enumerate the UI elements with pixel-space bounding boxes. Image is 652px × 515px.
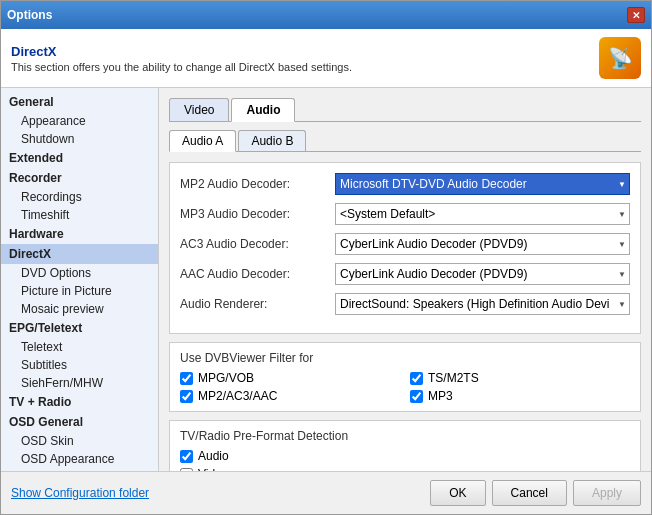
dvbviewer-checkboxes: MPG/VOB TS/M2TS MP2/AC3/AAC MP3 xyxy=(180,371,630,403)
apply-button[interactable]: Apply xyxy=(573,480,641,506)
sidebar-item-dvd-options[interactable]: DVD Options xyxy=(1,264,158,282)
dvbviewer-section: Use DVBViewer Filter for MPG/VOB TS/M2TS… xyxy=(169,342,641,412)
mp3-row: MP3 Audio Decoder: <System Default> xyxy=(180,203,630,225)
close-button[interactable]: ✕ xyxy=(627,7,645,23)
aac-select-wrapper: CyberLink Audio Decoder (PDVD9) xyxy=(335,263,630,285)
ac3-select-wrapper: CyberLink Audio Decoder (PDVD9) xyxy=(335,233,630,255)
ac3-row: AC3 Audio Decoder: CyberLink Audio Decod… xyxy=(180,233,630,255)
sidebar-item-epg[interactable]: EPG/Teletext xyxy=(1,318,158,338)
sub-tab-audio-b[interactable]: Audio B xyxy=(238,130,306,151)
dvbviewer-title: Use DVBViewer Filter for xyxy=(180,351,630,365)
header-text: DirectX This section offers you the abil… xyxy=(11,44,352,73)
mp3-label: MP3 xyxy=(428,389,453,403)
header-icon: 📡 xyxy=(599,37,641,79)
section-title: DirectX xyxy=(11,44,352,59)
sidebar-item-osd-general[interactable]: OSD General xyxy=(1,412,158,432)
sidebar-item-pip[interactable]: Picture in Picture xyxy=(1,282,158,300)
audio-preformat-checkbox[interactable] xyxy=(180,450,193,463)
sidebar-item-tv-radio[interactable]: TV + Radio xyxy=(1,392,158,412)
audio-renderer-label: Audio Renderer: xyxy=(180,297,335,311)
sidebar-item-osd-appearance[interactable]: OSD Appearance xyxy=(1,450,158,468)
sidebar-item-directx[interactable]: DirectX xyxy=(1,244,158,264)
tab-video[interactable]: Video xyxy=(169,98,229,121)
sidebar-item-extended[interactable]: Extended xyxy=(1,148,158,168)
sidebar-item-recorder[interactable]: Recorder xyxy=(1,168,158,188)
section-description: This section offers you the ability to c… xyxy=(11,61,352,73)
bottom-bar: Show Configuration folder OK Cancel Appl… xyxy=(1,471,651,514)
brand-icon: 📡 xyxy=(608,46,633,70)
cancel-button[interactable]: Cancel xyxy=(492,480,567,506)
sidebar-item-timeshift[interactable]: Timeshift xyxy=(1,206,158,224)
sub-tab-audio-a[interactable]: Audio A xyxy=(169,130,236,152)
sidebar-item-appearance[interactable]: Appearance xyxy=(1,112,158,130)
sidebar-item-recordings[interactable]: Recordings xyxy=(1,188,158,206)
mp3-checkbox[interactable] xyxy=(410,390,423,403)
mpg-vob-checkbox[interactable] xyxy=(180,372,193,385)
sidebar-item-osd-skin[interactable]: OSD Skin xyxy=(1,432,158,450)
ok-button[interactable]: OK xyxy=(430,480,485,506)
main-panel: Video Audio Audio A Audio B MP2 Audio De… xyxy=(159,88,651,471)
title-bar: Options ✕ xyxy=(1,1,651,29)
preformat-title: TV/Radio Pre-Format Detection xyxy=(180,429,630,443)
mp2-row: MP2 Audio Decoder: Microsoft DTV-DVD Aud… xyxy=(180,173,630,195)
sidebar: General Appearance Shutdown Extended Rec… xyxy=(1,88,159,471)
audio-renderer-select-wrapper: DirectSound: Speakers (High Definition A… xyxy=(335,293,630,315)
mp2-ac3-aac-checkbox[interactable] xyxy=(180,390,193,403)
preformat-section: TV/Radio Pre-Format Detection Audio Vide… xyxy=(169,420,641,471)
sidebar-item-mosaic[interactable]: Mosaic preview xyxy=(1,300,158,318)
main-tab-bar: Video Audio xyxy=(169,98,641,122)
options-window: Options ✕ DirectX This section offers yo… xyxy=(0,0,652,515)
mp2-ac3-aac-label: MP2/AC3/AAC xyxy=(198,389,277,403)
audio-renderer-row: Audio Renderer: DirectSound: Speakers (H… xyxy=(180,293,630,315)
config-link[interactable]: Show Configuration folder xyxy=(11,482,149,504)
ts-m2ts-label: TS/M2TS xyxy=(428,371,479,385)
sidebar-item-teletext[interactable]: Teletext xyxy=(1,338,158,356)
ac3-label: AC3 Audio Decoder: xyxy=(180,237,335,251)
content-area: General Appearance Shutdown Extended Rec… xyxy=(1,88,651,471)
decoder-form: MP2 Audio Decoder: Microsoft DTV-DVD Aud… xyxy=(169,162,641,334)
button-group: OK Cancel Apply xyxy=(430,480,641,506)
audio-renderer-select[interactable]: DirectSound: Speakers (High Definition A… xyxy=(335,293,630,315)
checkbox-mp2-ac3-aac: MP2/AC3/AAC xyxy=(180,389,400,403)
aac-label: AAC Audio Decoder: xyxy=(180,267,335,281)
mp3-label: MP3 Audio Decoder: xyxy=(180,207,335,221)
sidebar-item-subtitles[interactable]: Subtitles xyxy=(1,356,158,374)
mp2-decoder-select[interactable]: Microsoft DTV-DVD Audio Decoder xyxy=(335,173,630,195)
sidebar-item-shutdown[interactable]: Shutdown xyxy=(1,130,158,148)
aac-decoder-select[interactable]: CyberLink Audio Decoder (PDVD9) xyxy=(335,263,630,285)
mp2-select-wrapper: Microsoft DTV-DVD Audio Decoder xyxy=(335,173,630,195)
tab-audio[interactable]: Audio xyxy=(231,98,295,122)
mp3-select-wrapper: <System Default> xyxy=(335,203,630,225)
audio-preformat-label: Audio xyxy=(198,449,229,463)
sidebar-item-siehfern[interactable]: SiehFern/MHW xyxy=(1,374,158,392)
checkbox-audio: Audio xyxy=(180,449,630,463)
header-section: DirectX This section offers you the abil… xyxy=(1,29,651,88)
aac-row: AAC Audio Decoder: CyberLink Audio Decod… xyxy=(180,263,630,285)
mp3-decoder-select[interactable]: <System Default> xyxy=(335,203,630,225)
window-title: Options xyxy=(7,8,52,22)
ac3-decoder-select[interactable]: CyberLink Audio Decoder (PDVD9) xyxy=(335,233,630,255)
mp2-label: MP2 Audio Decoder: xyxy=(180,177,335,191)
checkbox-mp3: MP3 xyxy=(410,389,630,403)
checkbox-ts-m2ts: TS/M2TS xyxy=(410,371,630,385)
sidebar-item-general[interactable]: General xyxy=(1,92,158,112)
mpg-vob-label: MPG/VOB xyxy=(198,371,254,385)
sub-tab-bar: Audio A Audio B xyxy=(169,130,641,152)
checkbox-mpg-vob: MPG/VOB xyxy=(180,371,400,385)
ts-m2ts-checkbox[interactable] xyxy=(410,372,423,385)
sidebar-item-hardware[interactable]: Hardware xyxy=(1,224,158,244)
